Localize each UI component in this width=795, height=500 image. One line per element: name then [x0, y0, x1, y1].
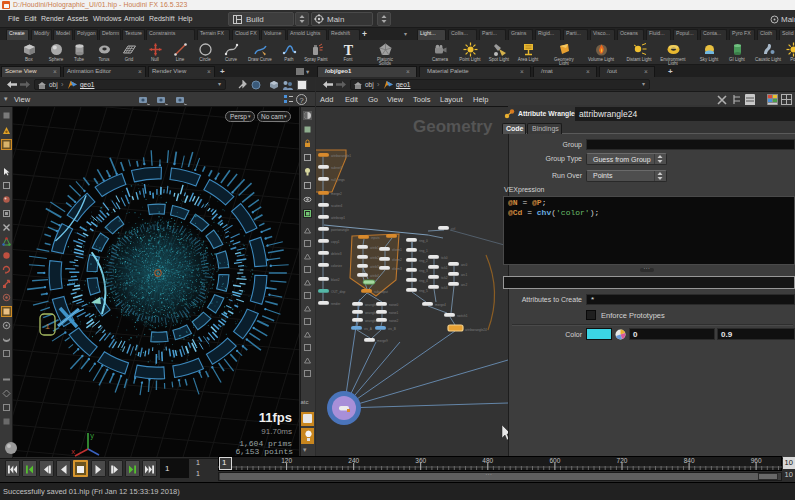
svg-text:ring_1: ring_1 — [419, 249, 428, 253]
svg-text:120: 120 — [281, 457, 292, 464]
svg-text:360: 360 — [415, 457, 426, 464]
svg-text:?: ? — [299, 95, 304, 104]
svg-text:null_rings: null_rings — [331, 178, 345, 182]
svg-text:xform3: xform3 — [392, 267, 402, 271]
svg-text:colorize: colorize — [331, 264, 342, 268]
svg-text:720: 720 — [617, 457, 628, 464]
svg-text:arc1: arc1 — [461, 273, 467, 277]
svg-text:1: 1 — [45, 322, 50, 331]
svg-text:merge2: merge2 — [331, 192, 342, 196]
svg-text:OUT_disp: OUT_disp — [331, 290, 346, 294]
svg-text:arc2: arc2 — [461, 283, 467, 287]
svg-text:ring_5: ring_5 — [419, 289, 428, 293]
svg-text:arc0: arc0 — [461, 263, 467, 267]
svg-text:noise2: noise2 — [389, 319, 399, 323]
svg-text:91.70ms: 91.70ms — [261, 427, 292, 436]
svg-text:switch1: switch1 — [457, 314, 468, 318]
svg-text:vis_A: vis_A — [364, 327, 373, 331]
svg-text:Geometry: Geometry — [413, 117, 493, 136]
svg-text:y: y — [90, 432, 94, 440]
svg-text:attribwrangle1: attribwrangle1 — [331, 154, 351, 158]
svg-text:vis_B: vis_B — [388, 327, 396, 331]
svg-text:scatter4: scatter4 — [331, 204, 343, 208]
svg-text:ring_0: ring_0 — [419, 239, 428, 243]
svg-text:attrib4: attrib4 — [370, 274, 379, 278]
svg-text:ring_2: ring_2 — [419, 259, 428, 263]
svg-text:blast2: blast2 — [331, 278, 340, 282]
svg-text:xform1: xform1 — [392, 248, 402, 252]
svg-text:render: render — [331, 302, 341, 306]
svg-text:480: 480 — [482, 457, 493, 464]
svg-text:840: 840 — [684, 457, 695, 464]
svg-text:xform2: xform2 — [392, 258, 402, 262]
svg-text:noise0: noise0 — [389, 303, 399, 307]
svg-text:tick1: tick1 — [441, 266, 448, 270]
svg-text:attrib1: attrib1 — [370, 246, 379, 250]
svg-text:inputs: inputs — [371, 236, 380, 240]
svg-text:960: 960 — [751, 457, 762, 464]
svg-text:600: 600 — [549, 457, 560, 464]
svg-text:suboutput: suboutput — [374, 290, 388, 294]
svg-text:noise1: noise1 — [389, 311, 399, 315]
svg-text:pointwrangle: pointwrangle — [331, 228, 349, 232]
svg-text:attrib2: attrib2 — [370, 256, 379, 260]
svg-text:ring_4: ring_4 — [419, 279, 428, 283]
svg-text:x: x — [71, 448, 75, 456]
svg-text:6,153 points: 6,153 points — [235, 447, 293, 456]
svg-text:merge4: merge4 — [435, 303, 446, 307]
svg-text:attrib3: attrib3 — [370, 265, 379, 269]
svg-text:11fps: 11fps — [259, 410, 292, 425]
svg-text:attribvop1: attribvop1 — [331, 216, 345, 220]
svg-text:T: T — [343, 43, 353, 58]
svg-text:240: 240 — [348, 457, 359, 464]
svg-text:ring_3: ring_3 — [419, 269, 428, 273]
svg-text:tick0: tick0 — [441, 256, 448, 260]
svg-text:copy1: copy1 — [331, 240, 340, 244]
svg-text:ctrl: ctrl — [451, 227, 456, 231]
svg-text:subnet1: subnet1 — [331, 166, 343, 170]
svg-text:merge9: merge9 — [377, 339, 388, 343]
svg-text:delete3: delete3 — [331, 252, 342, 256]
svg-text:tick3: tick3 — [441, 286, 448, 290]
svg-text:tick2: tick2 — [441, 276, 448, 280]
